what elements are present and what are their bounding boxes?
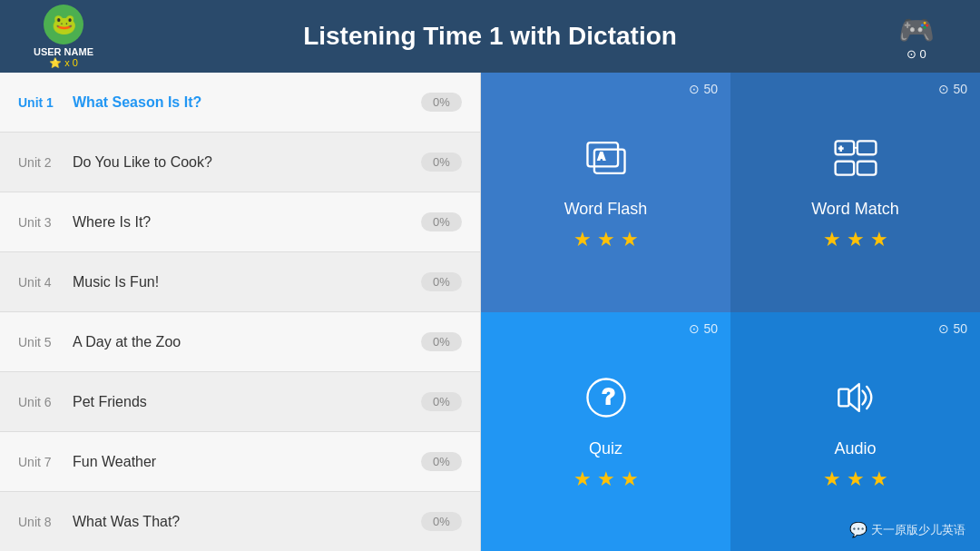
game-icon-card: A xyxy=(581,133,632,191)
unit-item[interactable]: Unit 2 Do You Like to Cook? 0% xyxy=(0,133,480,192)
unit-item[interactable]: Unit 1 What Season Is It? 0% xyxy=(0,73,480,133)
controller-section: 🎮 ⊙ 0 xyxy=(871,13,962,61)
star-icon: ★ xyxy=(870,228,888,251)
game-label: Quiz xyxy=(589,439,622,458)
star-icon: ★ xyxy=(847,228,865,251)
game-icon-audio xyxy=(830,372,881,430)
stars-row: ★★★ xyxy=(823,228,888,251)
unit-name: A Day at the Zoo xyxy=(73,334,421,350)
svg-rect-4 xyxy=(835,162,854,175)
unit-label: Unit 3 xyxy=(18,215,73,230)
game-label: Audio xyxy=(834,439,876,458)
unit-progress: 0% xyxy=(421,272,462,291)
cost-icon: ⊙ xyxy=(938,82,949,96)
unit-name: Where Is It? xyxy=(73,214,421,231)
unit-item[interactable]: Unit 4 Music Is Fun! 0% xyxy=(0,252,480,312)
unit-name: What Season Is It? xyxy=(73,94,421,111)
unit-progress: 0% xyxy=(421,392,462,411)
game-cell-quiz[interactable]: ⊙ 50 ? Quiz ★★★ xyxy=(481,312,730,552)
game-label: Word Match xyxy=(811,200,899,219)
unit-label: Unit 8 xyxy=(18,515,73,529)
header: 🐸 USER NAME ⭐ x 0 Listening Time 1 with … xyxy=(0,0,980,73)
game-cell-audio[interactable]: ⊙ 50 Audio ★★★ xyxy=(730,312,980,552)
avatar: 🐸 xyxy=(44,5,83,44)
star-icon: ★ xyxy=(823,467,841,491)
unit-progress: 0% xyxy=(421,512,462,531)
svg-rect-11 xyxy=(838,389,848,406)
star-icon: ⭐ xyxy=(49,57,62,69)
unit-label: Unit 7 xyxy=(18,455,73,469)
game-cell-word-flash[interactable]: ⊙ 50 A Word Flash ★★★ xyxy=(481,73,730,312)
unit-label: Unit 5 xyxy=(18,335,73,349)
game-cost: ⊙ 50 xyxy=(938,82,967,96)
user-score: ⭐ x 0 xyxy=(49,57,78,69)
star-icon: ★ xyxy=(870,467,888,491)
svg-text:+: + xyxy=(838,144,843,153)
svg-rect-6 xyxy=(857,162,876,175)
unit-item[interactable]: Unit 3 Where Is It? 0% xyxy=(0,192,480,252)
stars-row: ★★★ xyxy=(573,228,639,251)
unit-item[interactable]: Unit 8 What Was That? 0% xyxy=(0,492,480,551)
game-icon-match: + xyxy=(830,133,881,191)
star-icon: ★ xyxy=(597,467,615,491)
user-section: 🐸 USER NAME ⭐ x 0 xyxy=(18,5,109,69)
svg-text:A: A xyxy=(597,151,604,162)
unit-label: Unit 1 xyxy=(18,95,73,110)
unit-progress: 0% xyxy=(421,332,462,351)
svg-rect-5 xyxy=(857,142,876,155)
unit-name: Fun Weather xyxy=(73,454,421,470)
cost-icon: ⊙ xyxy=(906,47,916,61)
controller-score: ⊙ 0 xyxy=(906,47,926,61)
username: USER NAME xyxy=(34,46,93,57)
star-icon: ★ xyxy=(573,228,592,251)
game-grid: ⊙ 50 A Word Flash ★★★ ⊙ 50 + Word Match … xyxy=(481,73,980,551)
unit-progress: 0% xyxy=(421,153,462,172)
unit-label: Unit 6 xyxy=(18,395,73,409)
watermark: 💬天一原版少儿英语 xyxy=(849,521,965,538)
unit-label: Unit 4 xyxy=(18,275,73,290)
unit-progress: 0% xyxy=(421,452,462,471)
svg-text:?: ? xyxy=(602,384,615,408)
unit-list: Unit 1 What Season Is It? 0% Unit 2 Do Y… xyxy=(0,73,481,551)
stars-row: ★★★ xyxy=(573,467,639,491)
unit-progress: 0% xyxy=(421,93,462,112)
star-icon: ★ xyxy=(847,467,865,491)
unit-name: Do You Like to Cook? xyxy=(73,154,421,171)
unit-name: Music Is Fun! xyxy=(73,274,421,290)
watermark-text: 天一原版少儿英语 xyxy=(871,522,965,538)
controller-icon: 🎮 xyxy=(898,13,935,47)
unit-name: Pet Friends xyxy=(73,394,421,410)
game-cost: ⊙ 50 xyxy=(689,82,718,96)
unit-name: What Was That? xyxy=(73,514,421,530)
cost-icon: ⊙ xyxy=(689,321,700,336)
main-content: Unit 1 What Season Is It? 0% Unit 2 Do Y… xyxy=(0,73,980,551)
unit-item[interactable]: Unit 5 A Day at the Zoo 0% xyxy=(0,312,480,372)
star-icon: ★ xyxy=(823,228,841,251)
cost-icon: ⊙ xyxy=(689,82,700,96)
unit-item[interactable]: Unit 6 Pet Friends 0% xyxy=(0,372,480,432)
star-icon: ★ xyxy=(621,228,639,251)
star-icon: ★ xyxy=(597,228,615,251)
game-icon-question: ? xyxy=(581,372,632,430)
game-label: Word Flash xyxy=(564,200,648,219)
game-cost: ⊙ 50 xyxy=(938,321,967,336)
unit-item[interactable]: Unit 7 Fun Weather 0% xyxy=(0,432,480,492)
wechat-icon: 💬 xyxy=(849,521,867,538)
unit-label: Unit 2 xyxy=(18,155,73,170)
stars-row: ★★★ xyxy=(823,467,888,491)
star-icon: ★ xyxy=(621,467,639,491)
cost-icon: ⊙ xyxy=(938,321,949,336)
game-cost: ⊙ 50 xyxy=(689,321,718,336)
star-icon: ★ xyxy=(573,467,592,491)
page-title: Listening Time 1 with Dictation xyxy=(109,22,871,51)
game-cell-word-match[interactable]: ⊙ 50 + Word Match ★★★ xyxy=(730,73,980,312)
unit-progress: 0% xyxy=(421,212,462,231)
